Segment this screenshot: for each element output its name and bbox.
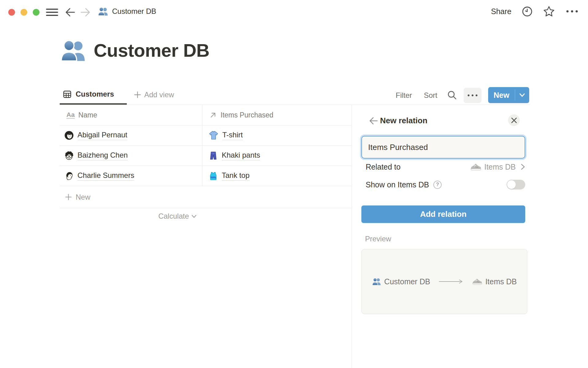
- tanktop-icon: [209, 171, 218, 181]
- toggle-knob: [507, 180, 516, 189]
- cell-items-purchased[interactable]: T-shirt: [202, 131, 352, 140]
- panel-back-button[interactable]: [368, 116, 379, 125]
- record-item[interactable]: Khaki pants: [222, 151, 260, 160]
- record-name[interactable]: Charlie Summers: [77, 171, 134, 181]
- new-row-label: New: [76, 193, 90, 201]
- panel-title: New relation: [380, 116, 428, 125]
- traffic-light-zoom[interactable]: [33, 9, 40, 16]
- sneaker-icon: [472, 278, 482, 286]
- table-view-icon: [63, 90, 71, 98]
- chevron-down-icon: [191, 215, 197, 218]
- record-name[interactable]: Abigail Pernaut: [77, 131, 127, 140]
- arrow-left-icon: [65, 7, 75, 17]
- cell-name[interactable]: Abigail Pernaut: [60, 131, 202, 140]
- show-on-label: Show on Items DB: [366, 180, 429, 189]
- view-options-button[interactable]: [464, 88, 481, 103]
- related-to-row: Related to Items DB: [366, 161, 525, 173]
- ellipsis-icon: [467, 94, 478, 97]
- active-tab-underline: [60, 103, 127, 105]
- new-record-button-group: New: [488, 87, 529, 103]
- cell-name[interactable]: Baizheng Chen: [60, 151, 202, 160]
- database-table: Aa Name Items Purchased Abigail Pernaut: [60, 105, 352, 224]
- sort-button[interactable]: Sort: [424, 91, 437, 100]
- preview-label: Preview: [365, 235, 391, 243]
- avatar-charlie: [64, 171, 74, 181]
- column-divider: [202, 105, 202, 186]
- new-record-button[interactable]: New: [488, 87, 515, 103]
- column-label: Name: [78, 111, 97, 119]
- plus-icon: [65, 194, 72, 201]
- tab-customers[interactable]: Customers: [63, 90, 114, 98]
- title-property-icon: Aa: [66, 111, 75, 119]
- sidebar-menu-button[interactable]: [46, 8, 58, 16]
- traffic-light-minimize[interactable]: [21, 9, 27, 16]
- titlebar: Customer DB Share: [0, 0, 588, 21]
- relation-name-field-wrap: [361, 136, 525, 159]
- calculate-row: Calculate: [60, 208, 202, 224]
- relation-preview-box: Customer DB Items DB: [361, 249, 527, 314]
- page-title[interactable]: Customer DB: [94, 40, 209, 61]
- column-header-name[interactable]: Aa Name: [60, 111, 202, 119]
- add-view-label: Add view: [144, 90, 174, 99]
- related-to-value[interactable]: Items DB: [470, 163, 525, 171]
- ellipsis-icon[interactable]: [565, 10, 579, 13]
- chevron-right-icon: [521, 163, 525, 170]
- relation-name-input[interactable]: [361, 136, 525, 159]
- tshirt-icon: [209, 131, 218, 140]
- table-row[interactable]: Charlie Summers Tank top: [60, 166, 352, 186]
- arrow-right-icon: [80, 7, 91, 17]
- view-toolbar: Customers Add view Filter Sort New: [0, 87, 588, 105]
- preview-target-db: Items DB: [485, 277, 517, 286]
- people-icon: [372, 278, 381, 286]
- people-icon[interactable]: [61, 39, 86, 62]
- new-relation-panel: New relation Related to Items DB Show on…: [352, 105, 588, 368]
- arrow-left-icon: [368, 116, 379, 125]
- share-button[interactable]: Share: [491, 7, 511, 16]
- plus-icon: [134, 91, 141, 98]
- cell-name[interactable]: Charlie Summers: [60, 171, 202, 181]
- avatar-baizheng: [64, 151, 74, 160]
- new-record-dropdown-button[interactable]: [515, 87, 529, 103]
- page-header: Customer DB: [61, 39, 209, 62]
- show-on-row: Show on Items DB ?: [366, 178, 525, 191]
- traffic-light-close[interactable]: [8, 9, 15, 16]
- breadcrumb[interactable]: Customer DB: [98, 7, 156, 16]
- nav-back-button[interactable]: [65, 7, 75, 17]
- calculate-label: Calculate: [158, 212, 189, 220]
- column-label: Items Purchased: [221, 111, 273, 119]
- filter-button[interactable]: Filter: [396, 91, 412, 100]
- tab-label: Customers: [76, 90, 114, 98]
- relation-arrow-icon: [209, 111, 217, 119]
- close-icon: [511, 117, 517, 124]
- column-header-items-purchased[interactable]: Items Purchased: [202, 111, 352, 119]
- add-relation-button[interactable]: Add relation: [361, 205, 525, 223]
- related-to-db: Items DB: [484, 163, 516, 171]
- nav-forward-button[interactable]: [80, 7, 91, 17]
- jeans-icon: [209, 151, 218, 160]
- table-header-row: Aa Name Items Purchased: [60, 105, 352, 125]
- search-icon: [447, 90, 457, 100]
- table-row[interactable]: Abigail Pernaut T-shirt: [60, 125, 352, 146]
- breadcrumb-title: Customer DB: [112, 7, 156, 16]
- avatar-abigail: [64, 131, 74, 140]
- show-on-toggle[interactable]: [507, 180, 525, 190]
- related-to-label: Related to: [366, 163, 401, 171]
- cell-items-purchased[interactable]: Tank top: [202, 171, 352, 181]
- cell-items-purchased[interactable]: Khaki pants: [202, 151, 352, 160]
- clock-icon[interactable]: [522, 6, 533, 17]
- sneaker-icon: [470, 163, 481, 171]
- question-icon[interactable]: ?: [433, 181, 442, 189]
- table-row[interactable]: Baizheng Chen Khaki pants: [60, 146, 352, 166]
- chevron-down-icon: [519, 93, 525, 97]
- long-arrow-icon: [439, 279, 464, 284]
- record-name[interactable]: Baizheng Chen: [77, 151, 128, 160]
- panel-close-button[interactable]: [508, 114, 520, 126]
- search-button[interactable]: [447, 90, 457, 100]
- star-icon[interactable]: [543, 6, 555, 17]
- record-item[interactable]: T-shirt: [222, 131, 243, 140]
- calculate-button[interactable]: Calculate: [158, 212, 197, 220]
- add-view-button[interactable]: Add view: [134, 90, 174, 99]
- record-item[interactable]: Tank top: [222, 171, 250, 181]
- new-row-button[interactable]: New: [60, 186, 352, 208]
- hamburger-icon: [46, 8, 58, 16]
